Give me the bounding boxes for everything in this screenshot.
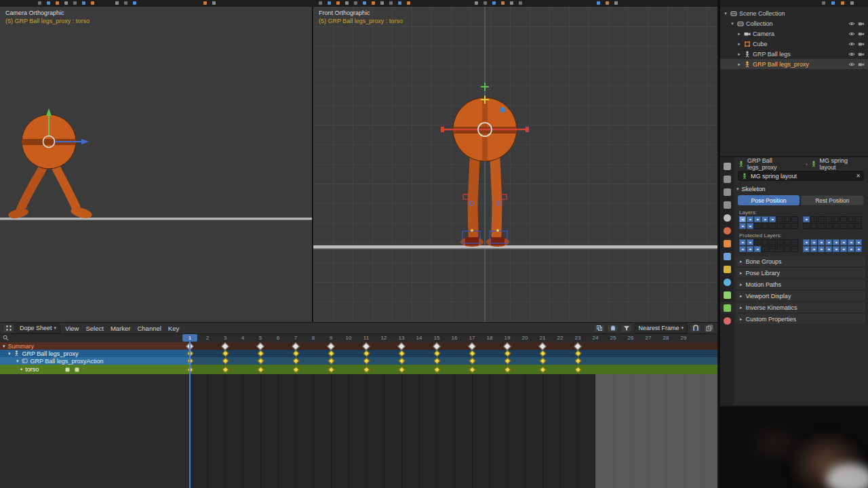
protected-layer-cell[interactable] (776, 239, 783, 245)
topbar-icon[interactable] (398, 1, 401, 5)
topbar-icon[interactable] (124, 1, 127, 5)
outliner-header-icon[interactable] (831, 1, 835, 5)
expand-caret[interactable]: ▾ (730, 21, 735, 26)
protected-layer-cell[interactable] (769, 239, 776, 245)
protected-layer-cell[interactable] (754, 246, 761, 252)
eye-icon[interactable] (848, 41, 855, 47)
topbar-icon[interactable] (82, 1, 85, 5)
tab-particles[interactable] (720, 263, 734, 275)
playhead-line[interactable] (189, 342, 191, 488)
front-viewport-canvas[interactable] (313, 7, 717, 322)
unlink-button[interactable]: ✕ (856, 173, 861, 179)
protected-layer-cell[interactable] (784, 239, 791, 245)
protected-layer-cell[interactable] (848, 239, 854, 245)
topbar-icon[interactable] (597, 1, 600, 5)
topbar-icon[interactable] (345, 1, 349, 5)
layer-cell[interactable] (762, 223, 768, 229)
tab-world[interactable] (720, 224, 734, 237)
outliner-header-icon[interactable] (841, 1, 844, 5)
topbar-icon[interactable] (407, 1, 410, 5)
tab-modifiers[interactable] (720, 250, 734, 262)
expand-caret[interactable]: ▸ (736, 62, 742, 67)
outliner-row[interactable]: ▸GRP Ball legs_proxy (720, 59, 868, 69)
topbar-icon[interactable] (212, 1, 216, 5)
layer-cell[interactable] (833, 216, 840, 222)
layer-cell[interactable] (791, 223, 798, 229)
expand-caret[interactable]: ▾ (723, 11, 728, 16)
current-frame-indicator[interactable]: 1 (182, 334, 197, 342)
topbar-icon[interactable] (64, 1, 68, 5)
topbar-icon[interactable] (380, 1, 384, 5)
eye-icon[interactable] (848, 20, 855, 27)
topbar-icon[interactable] (319, 1, 322, 5)
topbar-icon[interactable] (38, 1, 41, 5)
topbar-icon[interactable] (56, 1, 59, 5)
tab-render[interactable] (720, 173, 734, 185)
protected-layer-cell[interactable] (784, 246, 791, 252)
protected-layer-cell[interactable] (810, 239, 817, 245)
protected-layer-cell[interactable] (803, 246, 810, 252)
outliner-header-icon[interactable] (822, 1, 825, 5)
channel-keyframe-row[interactable] (190, 357, 717, 365)
protected-layer-cell[interactable] (855, 239, 862, 245)
protected-layer-cell[interactable] (747, 246, 753, 252)
render-visibility-icon[interactable] (858, 51, 865, 58)
topbar-icon[interactable] (475, 1, 478, 5)
layer-cell[interactable] (818, 223, 825, 229)
topbar-icon[interactable] (614, 1, 618, 5)
topbar-icon[interactable] (363, 1, 366, 5)
rest-position-button[interactable]: Rest Position (801, 195, 864, 205)
layer-cell[interactable] (762, 216, 768, 222)
protected-layer-cell[interactable] (810, 246, 817, 252)
layer-cell[interactable] (840, 216, 847, 222)
protected-layer-cell[interactable] (833, 246, 840, 252)
channel-summary[interactable]: ▾Summary (0, 342, 190, 350)
eye-icon[interactable] (848, 61, 855, 68)
protected-layer-cell[interactable] (818, 239, 825, 245)
protected-layer-cell[interactable] (776, 246, 783, 252)
pose-position-button[interactable]: Pose Position (738, 195, 800, 205)
protected-layer-cell[interactable] (855, 246, 862, 252)
topbar-icon[interactable] (91, 1, 94, 5)
section-bone-groups[interactable]: ▸Bone Groups (736, 256, 865, 266)
topbar-icon[interactable] (484, 1, 487, 5)
layer-cell[interactable] (769, 216, 776, 222)
protected-layer-cell[interactable] (791, 246, 798, 252)
expand-caret[interactable]: ▾ (16, 359, 19, 364)
breadcrumb-data[interactable]: MG spring layout (819, 157, 865, 171)
topbar-icon[interactable] (115, 1, 119, 5)
armature-datablock-field[interactable]: MG spring layout ✕ (738, 171, 864, 181)
render-visibility-icon[interactable] (858, 20, 865, 27)
protected-layer-cell[interactable] (791, 239, 798, 245)
expand-caret[interactable]: ▸ (736, 52, 742, 57)
layer-cell[interactable] (810, 216, 817, 222)
channel-object[interactable]: ▾GRP Ball legs_proxy (0, 350, 190, 357)
layer-cell[interactable] (803, 216, 810, 222)
layer-cell[interactable] (739, 216, 746, 222)
tab-object-data[interactable] (720, 302, 734, 314)
outliner-row[interactable]: ▸Cube (720, 39, 868, 49)
layer-cell[interactable] (848, 216, 854, 222)
protected-layer-cell[interactable] (739, 246, 746, 252)
topbar-icon[interactable] (492, 1, 496, 5)
tab-active-tool[interactable] (720, 160, 734, 172)
section-inverse-kinematics[interactable]: ▸Inverse Kinematics (736, 302, 865, 312)
protected-layer-cell[interactable] (769, 246, 776, 252)
character-side[interactable] (7, 115, 93, 220)
layer-cell[interactable] (810, 223, 817, 229)
layer-cell[interactable] (769, 223, 776, 229)
viewport-front[interactable]: Front Orthographic (5) GRP Ball legs_pro… (313, 7, 717, 322)
protected-layer-cell[interactable] (739, 239, 746, 245)
layer-cell[interactable] (825, 223, 832, 229)
channel-bone[interactable]: •torso (0, 365, 190, 374)
topbar-icon[interactable] (203, 1, 207, 5)
expand-caret[interactable]: ▾ (3, 344, 5, 349)
tab-physics[interactable] (720, 276, 734, 288)
render-visibility-icon[interactable] (858, 41, 865, 47)
eye-icon[interactable] (848, 51, 855, 58)
layer-cell[interactable] (855, 223, 862, 229)
tab-object[interactable] (720, 237, 734, 249)
layer-cell[interactable] (848, 223, 854, 229)
tab-view-layer[interactable] (720, 199, 734, 211)
tab-constraints[interactable] (720, 289, 734, 301)
